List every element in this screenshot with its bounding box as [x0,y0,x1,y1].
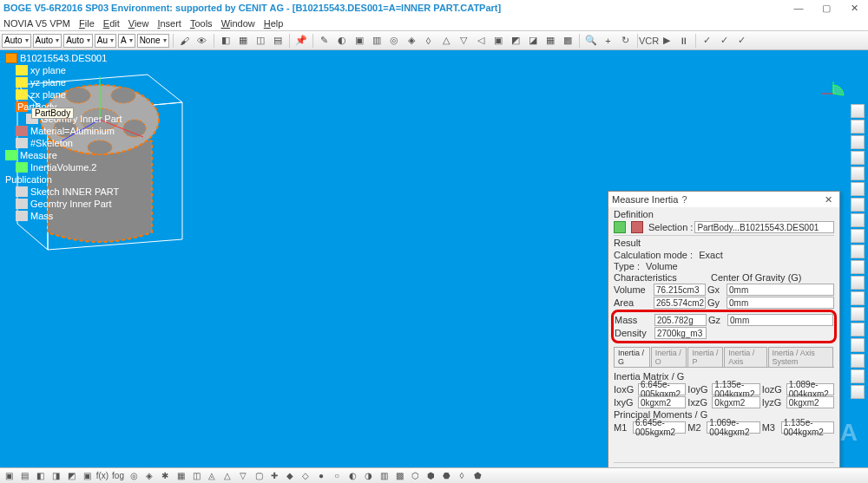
select-auto-1[interactable]: Auto [2,34,31,48]
rtool-icon[interactable] [851,166,865,180]
tool4-icon[interactable]: ▥ [369,33,385,49]
tree-xy-plane[interactable]: xy plane [16,64,123,76]
maximize-button[interactable]: ▢ [816,1,837,15]
b-icon[interactable]: ◊ [455,469,469,483]
ioxg-field[interactable]: 6.645e-005kgxm2 [638,383,686,395]
density-field[interactable]: 2700kg_m3 [654,327,707,339]
tool6-icon[interactable]: ◈ [404,33,419,49]
b-icon[interactable]: ▥ [377,469,391,483]
b-icon[interactable]: ⬣ [439,469,453,483]
play-icon[interactable]: ▶ [659,33,674,49]
b-icon[interactable]: ▣ [2,469,16,483]
area-field[interactable]: 265.574cm2 [654,297,706,309]
rtool-icon[interactable] [851,229,865,243]
tree-material[interactable]: Material=Aluminium [16,125,123,137]
tool12-icon[interactable]: ◩ [508,33,523,49]
b-icon[interactable]: ⬡ [408,469,422,483]
rtool-icon[interactable] [851,354,865,368]
iozg-field[interactable]: 1.089e-004kgxm2 [786,383,834,395]
selection-field[interactable]: PartBody...B10215543.DES001 [694,221,834,233]
chk2-icon[interactable]: ✓ [717,33,733,49]
b-icon[interactable]: ○ [330,469,344,483]
vcr-icon[interactable]: VCR [641,33,657,49]
dialog-close-button[interactable]: ✕ [821,194,836,206]
m2-field[interactable]: 1.069e-004kgxm2 [707,421,760,434]
view3-icon[interactable]: ↻ [618,33,634,49]
tool7-icon[interactable]: ◊ [421,33,437,49]
b-icon[interactable]: ● [314,469,328,483]
tab-inertia-g[interactable]: Inertia / G [614,347,650,367]
tool15-icon[interactable]: ▩ [560,33,575,49]
b-icon[interactable]: ◬ [205,469,219,483]
b-fog-icon[interactable]: fog [111,469,125,483]
chk3-icon[interactable]: ✓ [734,33,750,49]
select-none[interactable]: None [137,34,169,48]
tool5-icon[interactable]: ◎ [386,33,402,49]
rtool-icon[interactable] [851,385,865,399]
b-icon[interactable]: ▤ [17,469,31,483]
tree-geom2[interactable]: Geomtry Inner Part [16,198,123,210]
b-icon[interactable]: ◧ [33,469,47,483]
tab-inertia-axissys[interactable]: Inertia / Axis System [768,347,833,367]
tree-measure[interactable]: Measure [5,149,123,161]
menu-view[interactable]: View [128,18,149,29]
menu-window[interactable]: Window [221,18,255,29]
rtool-icon[interactable] [851,213,865,227]
pin-icon[interactable]: 📌 [293,33,309,49]
minimize-button[interactable]: — [788,1,809,15]
b-icon[interactable]: ◨ [49,469,62,483]
ioyg-field[interactable]: 1.135e-004kgxm2 [712,383,760,395]
compass-icon[interactable] [816,76,851,111]
gx-field[interactable]: 0mm [727,284,834,296]
m3-field[interactable]: 1.135e-004kgxm2 [781,421,834,434]
tool10-icon[interactable]: ◁ [473,33,489,49]
select-au[interactable]: Au [95,34,116,48]
tool8-icon[interactable]: △ [438,33,454,49]
paint-icon[interactable]: 🖌 [177,33,193,49]
b-icon[interactable]: ◆ [283,469,297,483]
eye-icon[interactable]: 👁 [194,33,210,49]
selection-red-icon[interactable] [631,221,643,233]
rtool-icon[interactable] [851,307,865,321]
rtool-icon[interactable] [851,276,865,290]
tab-inertia-axis[interactable]: Inertia / Axis [724,347,766,367]
b-icon[interactable]: ✚ [267,469,281,483]
menu-app[interactable]: NOVIA V5 VPM [3,18,70,29]
tool11-icon[interactable]: ▣ [490,33,506,49]
ixyg-field[interactable]: 0kgxm2 [638,396,686,408]
b-icon[interactable]: ◐ [345,469,359,483]
tree-sketch[interactable]: Sketch INNER PART [16,186,123,198]
rtool-icon[interactable] [851,260,865,274]
wire-icon[interactable]: ◫ [253,33,268,49]
rtool-icon[interactable] [851,198,865,212]
b-icon[interactable]: ◑ [361,469,375,483]
rtool-icon[interactable] [851,338,865,352]
mass-field[interactable]: 205.782g [654,314,707,326]
rtool-icon[interactable] [851,104,865,118]
tree-zx-plane[interactable]: zx plane [16,88,123,101]
menu-help[interactable]: Help [264,18,284,29]
b-icon[interactable]: ▽ [236,469,250,483]
view1-icon[interactable]: 🔍 [583,33,599,49]
gz-field[interactable]: 0mm [727,314,833,326]
rtool-icon[interactable] [851,291,865,305]
close-button[interactable]: ✕ [844,1,865,15]
shade-icon[interactable]: ▤ [270,33,286,49]
tree-yz-plane[interactable]: yz plane [16,76,123,88]
pause-icon[interactable]: ⏸ [676,33,692,49]
b-icon[interactable]: ◫ [189,469,203,483]
rtool-icon[interactable] [851,135,865,149]
menu-tools[interactable]: Tools [190,18,213,29]
b-icon[interactable]: ✱ [158,469,172,483]
view2-icon[interactable]: + [601,33,616,49]
tool2-icon[interactable]: ◐ [334,33,350,49]
tool3-icon[interactable]: ▣ [352,33,367,49]
chk1-icon[interactable]: ✓ [700,33,715,49]
cube-icon[interactable]: ◧ [218,33,233,49]
select-auto-2[interactable]: Auto [33,34,62,48]
tree-root[interactable]: B10215543.DES001 [5,52,123,64]
b-icon[interactable]: ◎ [127,469,141,483]
b-icon[interactable]: ▩ [392,469,406,483]
grid-icon[interactable]: ▦ [235,33,251,49]
tree-mass[interactable]: Mass [16,210,123,222]
